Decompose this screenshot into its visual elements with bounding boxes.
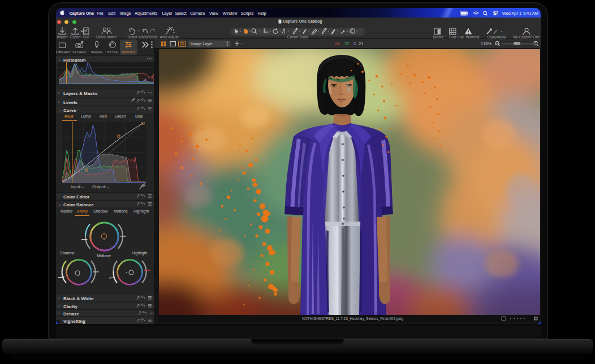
svg-text:22: 22 bbox=[344, 41, 349, 46]
svg-text:176%: 176% bbox=[481, 41, 492, 46]
svg-text:21: 21 bbox=[359, 41, 363, 46]
svg-text:24: 24 bbox=[335, 41, 339, 46]
svg-text:8: 8 bbox=[353, 41, 356, 46]
svg-text:Image Layer: Image Layer bbox=[191, 42, 213, 46]
